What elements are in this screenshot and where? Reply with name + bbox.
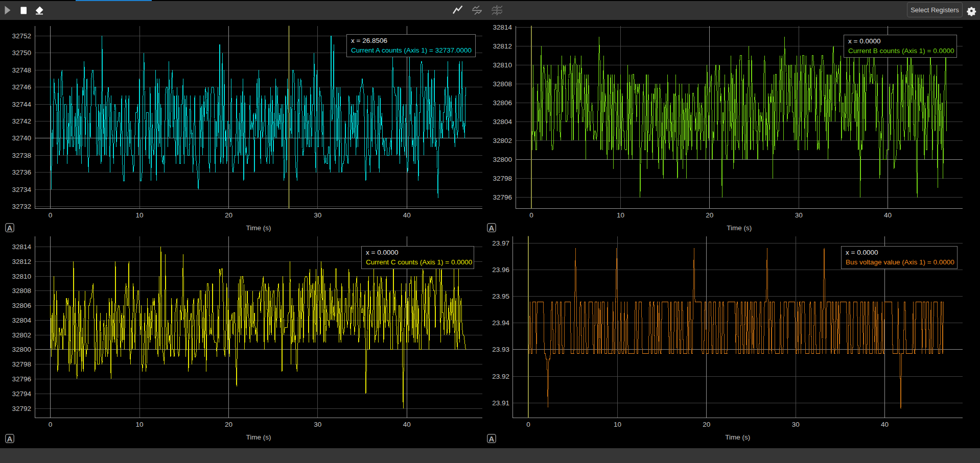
svg-text:23.92: 23.92	[492, 373, 509, 380]
svg-text:32796: 32796	[12, 375, 31, 383]
svg-text:32808: 32808	[12, 287, 31, 295]
svg-text:32798: 32798	[12, 360, 31, 368]
svg-text:32734: 32734	[12, 186, 31, 193]
svg-text:32814: 32814	[493, 23, 512, 31]
svg-text:23.91: 23.91	[492, 399, 509, 407]
svg-text:0: 0	[49, 211, 53, 219]
svg-text:Time (s): Time (s)	[246, 433, 271, 441]
svg-text:Time (s): Time (s)	[727, 224, 752, 232]
svg-text:23.97: 23.97	[492, 239, 509, 247]
svg-text:32732: 32732	[12, 203, 31, 210]
svg-text:32814: 32814	[12, 243, 31, 251]
svg-text:32810: 32810	[12, 273, 31, 280]
svg-text:20: 20	[703, 421, 710, 428]
svg-text:10: 10	[135, 421, 143, 428]
svg-text:32802: 32802	[493, 137, 512, 144]
svg-text:32744: 32744	[12, 101, 31, 108]
svg-text:A: A	[7, 224, 13, 232]
svg-text:40: 40	[884, 211, 892, 219]
svg-text:10: 10	[614, 421, 621, 428]
svg-text:32750: 32750	[12, 49, 31, 57]
svg-text:Time (s): Time (s)	[246, 224, 271, 232]
svg-text:23.95: 23.95	[492, 293, 509, 300]
svg-text:A: A	[7, 434, 13, 443]
svg-text:A: A	[489, 434, 495, 443]
svg-text:23.93: 23.93	[492, 346, 509, 353]
svg-text:Time (s): Time (s)	[725, 433, 750, 441]
svg-text:30: 30	[795, 211, 803, 219]
svg-text:32802: 32802	[12, 331, 31, 339]
svg-text:32736: 32736	[12, 168, 31, 176]
svg-text:32740: 32740	[12, 134, 31, 142]
svg-text:0: 0	[49, 421, 53, 428]
svg-text:30: 30	[314, 421, 321, 428]
svg-text:10: 10	[617, 211, 624, 219]
svg-text:32752: 32752	[12, 32, 31, 40]
svg-text:32738: 32738	[12, 152, 31, 159]
svg-text:32812: 32812	[493, 42, 512, 50]
svg-text:32812: 32812	[12, 258, 31, 265]
svg-text:32796: 32796	[493, 193, 512, 201]
svg-text:0: 0	[529, 211, 533, 219]
svg-text:40: 40	[881, 421, 889, 428]
svg-text:40: 40	[403, 211, 411, 219]
svg-text:32808: 32808	[493, 80, 512, 88]
svg-text:20: 20	[225, 211, 232, 219]
svg-text:10: 10	[135, 211, 143, 219]
svg-text:A: A	[489, 224, 495, 232]
svg-text:32804: 32804	[12, 316, 31, 324]
svg-text:30: 30	[792, 421, 800, 428]
svg-text:32800: 32800	[493, 156, 512, 163]
svg-text:32746: 32746	[12, 83, 31, 91]
svg-text:32810: 32810	[493, 61, 512, 69]
svg-text:30: 30	[314, 211, 321, 219]
svg-text:20: 20	[225, 421, 232, 428]
svg-text:32806: 32806	[493, 99, 512, 107]
svg-text:32748: 32748	[12, 66, 31, 74]
svg-text:20: 20	[706, 211, 713, 219]
svg-text:40: 40	[403, 421, 411, 428]
svg-text:32742: 32742	[12, 117, 31, 125]
svg-text:32794: 32794	[12, 390, 31, 398]
svg-text:32800: 32800	[12, 346, 31, 353]
svg-text:23.96: 23.96	[492, 266, 509, 274]
svg-text:32798: 32798	[493, 175, 512, 182]
svg-text:23.94: 23.94	[492, 319, 509, 327]
svg-text:32792: 32792	[12, 405, 31, 412]
svg-text:0: 0	[526, 421, 530, 428]
svg-text:32806: 32806	[12, 302, 31, 309]
svg-text:32804: 32804	[493, 118, 512, 126]
